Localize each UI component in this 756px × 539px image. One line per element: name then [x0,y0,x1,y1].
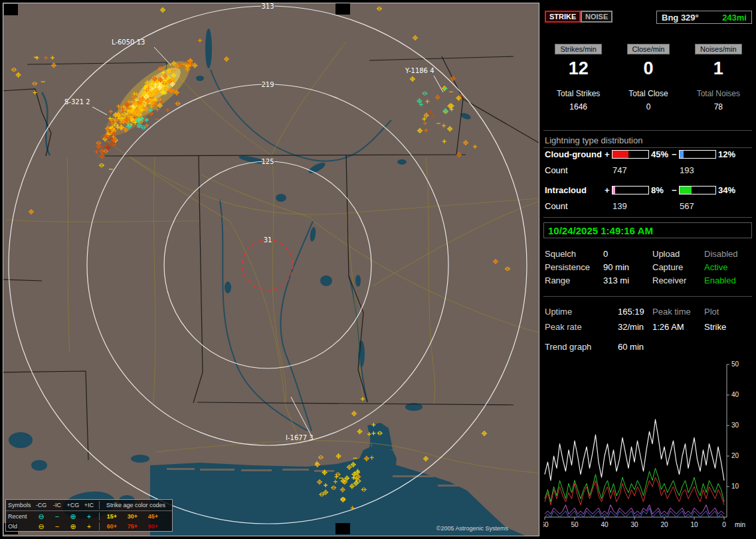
divider [543,130,752,131]
panel-toolbar: STRIKE NOISE Bng 329° 243mi [543,11,753,25]
legend-age-code: 15+ [102,513,122,520]
trend-graph-label: Trend graph [545,342,591,352]
svg-text:219: 219 [261,81,274,88]
range-value: 313 mi [603,275,629,285]
legend-strike-symbol: ⊕ [65,513,81,520]
legend-row-label: Recent [8,513,33,520]
total-strikes-value: 1646 [543,102,613,112]
cg-minus-count: 193 [680,165,694,175]
cg-minus-bar [679,150,716,159]
trend-window-value: 60 min [618,342,644,352]
ic-plus-bar [612,186,649,194]
legend-col-ic-plus: +IC [81,502,97,508]
strikes-per-min-chip[interactable]: Strikes/min [555,44,601,54]
total-close-label: Total Close [613,89,683,98]
uptime-value: 165:19 [618,307,644,317]
legend-age-title: Strike age color codes [102,502,170,508]
legend-age-code: 90+ [143,523,163,530]
noises-per-min-chip[interactable]: Noises/min [695,44,741,54]
lightning-map[interactable]: L-6050 13S-321 2Y-1186 4I-1677 331321912… [3,3,539,536]
total-noises-value: 78 [684,102,753,112]
receiver-label: Receiver [652,275,686,285]
rate-chip-row: Strikes/min Close/min Noises/min [543,44,753,54]
plus-sign: + [605,185,610,195]
legend-age-code: 45+ [143,513,163,520]
svg-text:50: 50 [571,521,579,528]
ic-minus-count: 567 [680,201,694,211]
distribution-title: Lightning type distribution [545,135,642,145]
svg-text:10: 10 [731,483,739,490]
nexstorm-window: L-6050 13S-321 2Y-1186 4I-1677 331321912… [0,0,756,539]
copyright-text: ©2005 Astrogenic Systems [436,525,508,532]
strike-button[interactable]: STRIKE [545,11,581,23]
svg-text:Y-1186 4: Y-1186 4 [405,67,434,74]
ic-minus-bar [679,186,716,194]
svg-text:30: 30 [731,422,739,429]
svg-text:S-321 2: S-321 2 [64,98,90,106]
rate-value-row: 12 0 1 [543,58,753,79]
intracloud-label: Intracloud [545,185,587,195]
legend-age-code: 30+ [122,513,143,520]
ic-minus-percent: 34% [718,185,735,195]
range-label: Range [545,275,570,285]
legend-strike-symbol: ⊖ [33,513,49,520]
count-label: Count [545,165,568,175]
cg-plus-percent: 45% [651,149,668,159]
status-panel: STRIKE NOISE Bng 329° 243mi Strikes/min … [543,4,753,536]
peak-time-label: Peak time [652,307,691,317]
plot-value: Strike [704,322,726,332]
legend-strike-symbol: − [49,513,65,520]
status-row: Uptime 165:19 Peak time Plot [543,307,753,319]
persistence-value: 90 min [603,262,629,272]
map-legend: Symbols -CG -IC +CG +IC Strike age color… [5,499,173,532]
svg-text:31: 31 [264,236,272,244]
close-per-min-value: 0 [613,58,683,79]
legend-strike-symbol: ⊕ [65,523,81,530]
peak-rate-value: 32/min [618,322,644,332]
svg-text:125: 125 [261,158,274,165]
divider [543,296,752,297]
legend-strike-symbol: + [81,513,97,520]
close-per-min-chip[interactable]: Close/min [627,44,670,54]
legend-row-label: Old [8,523,33,530]
uptime-label: Uptime [545,307,572,317]
svg-text:30: 30 [630,521,638,528]
intracloud-row: Intracloud + 8% − 34% [543,185,753,196]
legend-strike-symbol: ⊖ [33,523,49,530]
upload-value: Disabled [704,249,738,259]
divider [543,217,752,218]
total-noises-label: Total Noises [684,89,753,98]
legend-col-ic-minus: -IC [49,502,65,508]
legend-divider [99,512,100,520]
ic-plus-count: 139 [613,201,627,211]
intracloud-count-row: Count 139 567 [543,201,753,212]
legend-col-cg-minus: -CG [33,502,49,508]
plot-label: Plot [704,307,719,317]
svg-text:40: 40 [601,521,609,528]
noise-button[interactable]: NOISE [581,11,613,23]
noises-per-min-value: 1 [684,58,753,79]
status-row: Peak rate 32/min 1:26 AM Strike [543,322,753,334]
legend-row-recent: Recent⊖−⊕+15+30+45+ [6,511,172,521]
legend-col-cg-plus: +CG [65,502,81,508]
svg-text:50: 50 [731,360,739,368]
map-canvas: L-6050 13S-321 2Y-1186 4I-1677 331321912… [3,3,539,536]
bearing-range: 243mi [722,13,747,23]
settings-row: Squelch 0 Upload Disabled [543,249,753,261]
peak-time-value: 1:26 AM [652,322,684,332]
trend-graph: 10203040506050403020100min [543,356,753,535]
capture-value: Active [704,262,727,272]
squelch-label: Squelch [545,249,576,259]
ic-plus-percent: 8% [651,185,664,195]
legend-age-code: 75+ [122,523,143,530]
svg-text:20: 20 [660,521,668,528]
divider [543,147,752,148]
bearing-box: Bng 329° 243mi [656,11,752,24]
total-label-row: Total Strikes Total Close Total Noises [543,89,753,98]
strikes-per-min-value: 12 [543,58,613,79]
total-close-value: 0 [613,102,683,112]
count-label: Count [545,201,568,211]
legend-age-code: 60+ [102,523,122,530]
cg-plus-bar [612,150,649,159]
legend-strike-symbol: − [49,523,65,530]
